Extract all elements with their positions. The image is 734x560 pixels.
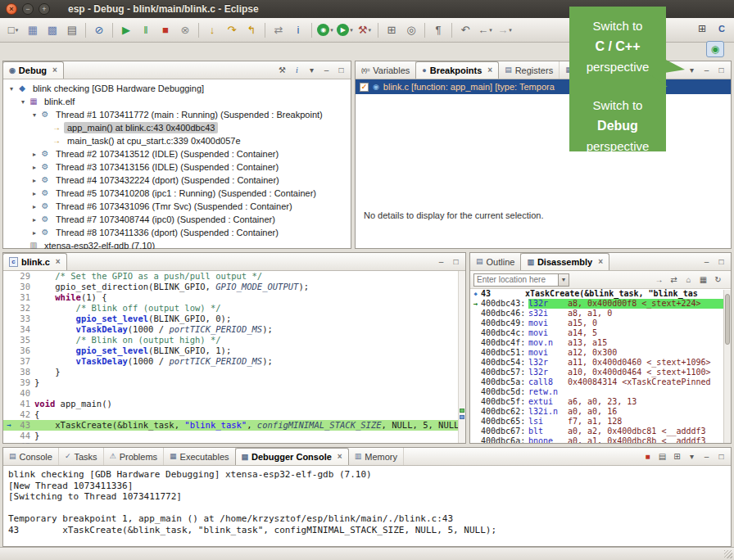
search-button[interactable]: ◎ [402, 21, 420, 39]
debug-tree-item[interactable]: →main_task() at cpu_start.c:339 0x400d05… [5, 134, 351, 147]
expander-icon[interactable]: ▾ [7, 85, 16, 93]
resume-button[interactable]: ▶ [117, 21, 135, 39]
debug-tree-item[interactable]: ▸⚙Thread #3 1073413156 (IDLE) (Suspended… [5, 160, 351, 174]
tab-disassembly[interactable]: ▥Disassembly× [520, 253, 609, 270]
editor-line[interactable]: 44} [3, 431, 465, 441]
expander-icon[interactable]: ▸ [29, 190, 39, 197]
skip-all-breakpoints-button[interactable]: ⊘ [90, 21, 108, 39]
editor-line[interactable]: 31 while(1) { [3, 292, 465, 303]
tab-tasks[interactable]: ✓Tasks [59, 448, 104, 465]
debug-tree-item[interactable]: ▾⚙Thread #1 1073411772 (main : Running) … [5, 108, 351, 121]
debug-tree-item[interactable]: ▸⚙Thread #5 1073410208 (ipc1 : Running) … [5, 187, 351, 200]
editor-line[interactable]: 45 [3, 441, 465, 444]
save-all-button[interactable]: ▩ [43, 21, 61, 39]
new-wizard-button[interactable]: ⊞ [383, 21, 401, 39]
suspend-button[interactable]: ‖ [137, 21, 155, 39]
back-button[interactable]: ←▾ [476, 21, 494, 39]
close-icon[interactable]: × [52, 66, 57, 75]
run-button[interactable]: ▶▾ [336, 21, 354, 39]
editor-line[interactable]: 36 gpio_set_level(BLINK_GPIO, 1); [3, 345, 465, 356]
overview-ruler[interactable] [458, 271, 465, 443]
refresh-view-icon[interactable]: ↻ [711, 273, 725, 287]
disassembly-listing[interactable]: ◆43xTaskCreate(&blink_task, "blink_tas→4… [470, 289, 723, 443]
debugger-console-output[interactable]: blink checking [GDB Hardware Debugging] … [3, 466, 731, 546]
disassembly-location-input[interactable] [473, 273, 559, 287]
disassembly-row[interactable]: 400dbc4f:mov.na13, a15 [470, 338, 723, 348]
debug-tree-item[interactable]: →app_main() at blink.c:43 0x400dbc43 [5, 121, 351, 134]
disassembly-row[interactable]: 400dbc67:blta0, a2, 0x400dbc81 <__adddf3 [470, 427, 723, 436]
minimize-icon[interactable]: – [700, 63, 714, 77]
view-menu-icon[interactable]: ▾ [685, 449, 699, 463]
editor-line[interactable]: 41void app_main() [3, 399, 465, 409]
open-perspective-button[interactable]: ⊞ [693, 20, 711, 37]
step-return-button[interactable]: ↰ [242, 21, 261, 39]
disassembly-row[interactable]: 400dbc5d:retw.n [470, 387, 723, 397]
disconnect-button[interactable]: ⊗ [176, 21, 194, 39]
new-button[interactable]: □▾ [4, 21, 22, 39]
debug-tree-item[interactable]: ▾◆blink checking [GDB Hardware Debugging… [5, 82, 351, 95]
disassembly-row[interactable]: 400dbc54:l32ra11, 0x400d0460 <_stext+109… [470, 358, 723, 368]
mark-occurrences-button[interactable]: ¶ [429, 21, 447, 39]
view-menu-icon[interactable]: ▾ [685, 63, 699, 77]
maximize-icon[interactable]: □ [714, 449, 728, 463]
editor-line[interactable]: 40 [3, 388, 465, 399]
minimize-icon[interactable]: – [700, 449, 714, 463]
save-button[interactable]: ▦ [24, 21, 42, 39]
disassembly-scrollbar[interactable] [723, 290, 731, 443]
code-editor[interactable]: 29 /* Set the GPIO as a push/pull output… [3, 271, 465, 444]
disassembly-row[interactable]: →400dbc43:l32ra8, 0x400d00f8 <_stext+224… [470, 299, 723, 309]
editor-line[interactable]: 35 /* Blink on (output high) */ [3, 335, 465, 345]
maximize-icon[interactable]: □ [714, 63, 728, 77]
tab-blink-c[interactable]: c blink.c × [3, 253, 67, 270]
maximize-icon[interactable]: □ [449, 255, 463, 269]
editor-line[interactable]: 42{ [3, 409, 465, 420]
instruction-step-mode-icon[interactable]: i [290, 63, 304, 77]
editor-line[interactable]: 29 /* Set the GPIO as a push/pull output… [3, 271, 465, 282]
editor-line[interactable]: 39} [3, 377, 465, 388]
terminate-button[interactable]: ■ [156, 21, 174, 39]
instruction-stepping-button[interactable]: i [289, 21, 307, 39]
location-dropdown-icon[interactable]: ▼ [559, 273, 569, 287]
open-console-icon[interactable]: ⊞ [670, 449, 684, 463]
sync-active-context-icon[interactable]: ⇄ [667, 273, 681, 287]
editor-line[interactable]: 34 vTaskDelay(1000 / portTICK_PERIOD_MS)… [3, 324, 465, 335]
step-into-button[interactable]: ↓ [203, 21, 221, 39]
print-button[interactable]: ▤ [63, 21, 81, 39]
disassembly-row[interactable]: 400dbc46:s32ia8, a1, 0 [470, 309, 723, 318]
debug-tree-item[interactable]: ▸⚙Thread #6 1073431096 (Tmr Svc) (Suspen… [5, 200, 351, 213]
close-icon[interactable]: × [56, 258, 61, 266]
tab-memory[interactable]: ▥Memory [349, 448, 404, 465]
close-icon[interactable]: × [338, 453, 342, 461]
expander-icon[interactable]: ▾ [18, 98, 28, 106]
disassembly-row[interactable]: 400dbc51:movia12, 0x300 [470, 348, 723, 358]
goto-pc-icon[interactable]: → [652, 273, 666, 287]
breakpoint-checkbox[interactable]: ✓ [360, 83, 369, 92]
last-edit-location-button[interactable]: ↶ [456, 21, 474, 39]
debug-tree-item[interactable]: ▸⚙Thread #7 1073408744 (ipc0) (Suspended… [5, 213, 351, 226]
expander-icon[interactable]: ▾ [29, 111, 39, 119]
window-maximize-button[interactable]: + [39, 3, 50, 15]
view-menu-icon[interactable]: ▾ [305, 63, 319, 77]
expander-icon[interactable]: ▸ [29, 177, 39, 184]
minimize-icon[interactable]: – [434, 255, 448, 269]
window-minimize-button[interactable]: − [22, 3, 34, 15]
dropdown-arrow-icon[interactable]: ▾ [350, 27, 353, 34]
debug-tree-item[interactable]: ▸⚙Thread #2 1073413512 (IDLE) (Suspended… [5, 147, 351, 160]
tab-outline[interactable]: ▤Outline [470, 253, 521, 270]
window-close-button[interactable]: × [6, 3, 17, 15]
debug-tree[interactable]: ▾◆blink checking [GDB Hardware Debugging… [3, 79, 351, 249]
editor-line[interactable]: 30 gpio_set_direction(BLINK_GPIO, GPIO_M… [3, 282, 465, 292]
close-icon[interactable]: × [487, 66, 492, 75]
dropdown-arrow-icon[interactable]: ▾ [330, 27, 333, 34]
scrollbar-thumb[interactable] [725, 294, 730, 345]
debug-tree-item[interactable]: ▸⚙Thread #8 1073411336 (dport) (Suspende… [5, 226, 351, 239]
display-selected-console-icon[interactable]: ▤ [655, 449, 669, 463]
minimize-icon[interactable]: – [700, 255, 714, 269]
terminate-console-icon[interactable]: ■ [641, 449, 655, 463]
dropdown-arrow-icon[interactable]: ▾ [369, 27, 372, 34]
disassembly-row[interactable]: 400dbc5f:extuia6, a0, 23, 13 [470, 397, 723, 407]
debug-tree-item[interactable]: ▥xtensa-esp32-elf-gdb (7.10) [5, 239, 351, 249]
maximize-icon[interactable]: □ [714, 255, 728, 269]
dropdown-arrow-icon[interactable]: ▾ [489, 27, 492, 34]
dropdown-arrow-icon[interactable]: ▾ [509, 27, 512, 34]
